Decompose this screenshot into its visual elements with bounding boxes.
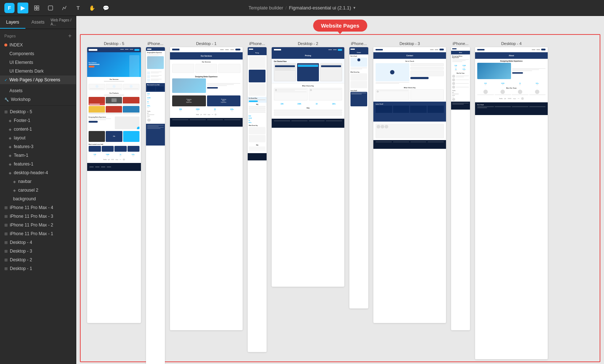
sidebar-item-components[interactable]: Components [0, 49, 76, 58]
sidebar-item-ui-elements[interactable]: UI Elements [0, 58, 76, 67]
iphone-4-card[interactable]: Designing Better Experience [146, 47, 165, 364]
svg-rect-2 [35, 8, 36, 10]
desktop-2-card[interactable]: Pricing Get Started Now [272, 47, 344, 287]
pages-container: Desktop - 5 New Collection [84, 38, 551, 364]
desktop-4-card[interactable]: About Designing Better Experience [475, 47, 548, 359]
sidebar-item-web-pages[interactable]: ✓ Web Pages / App Screens [0, 75, 76, 84]
app-icon[interactable]: F [4, 3, 15, 13]
tab-assets[interactable]: Assets [25, 16, 51, 29]
frame-icon: ⊞ [4, 110, 8, 114]
preview-iphone-3[interactable]: iPhone... Pricing Get Started Now [248, 41, 267, 364]
website-pages-label-container: Website Pages [313, 20, 368, 32]
hand-tool-button[interactable]: ✋ [86, 3, 97, 13]
breadcrumb-title: Figmaland-essential ui (2.1.1) [289, 5, 351, 11]
layer-features-1[interactable]: ◈ features-1 [0, 160, 76, 168]
frame-tool-button[interactable] [31, 3, 42, 13]
frame-icon: ⊞ [4, 249, 8, 254]
desktop-3-card[interactable]: Contact Get in Touch [373, 47, 446, 323]
layer-features-3[interactable]: ◈ features-3 [0, 142, 76, 151]
svg-rect-3 [37, 8, 39, 10]
preview-iphone-4[interactable]: iPhone... Designing Better Experience [146, 41, 165, 364]
layer-background[interactable]: background [0, 195, 76, 203]
toolbar-left: F ▶ T ✋ 💬 [4, 3, 111, 13]
desktop-5-card[interactable]: New Collection Our Services [87, 47, 141, 323]
tab-web-pages[interactable]: Web Pages / A... [50, 16, 76, 29]
sidebar-item-ui-elements-dark[interactable]: UI Elements Dark [0, 67, 76, 75]
layer-desktop-2[interactable]: ⊞ Desktop - 2 [0, 255, 76, 264]
preview-iphone-1[interactable]: iPhone... About Designing Better Experie… [451, 41, 470, 364]
website-pages-label: Website Pages [313, 20, 368, 32]
component-icon: ◈ [9, 145, 12, 149]
pen-tool-button[interactable] [59, 3, 70, 13]
frame-icon: ⊞ [4, 205, 8, 210]
svg-rect-4 [48, 6, 53, 10]
topbar: F ▶ T ✋ 💬 Template builder / Figmaland-e… [0, 0, 604, 16]
layer-desktop-4[interactable]: ⊞ Desktop - 4 [0, 238, 76, 247]
layer-navbar[interactable]: ◈ navbar [0, 177, 76, 186]
breadcrumb-parent: Template builder [248, 5, 283, 11]
layer-desktop-5[interactable]: ⊞ Desktop - 5 [0, 107, 76, 116]
add-page-button[interactable]: + [68, 33, 72, 39]
preview-desktop-3[interactable]: Desktop - 3 Contact Get in To [373, 41, 446, 364]
preview-desktop-5[interactable]: Desktop - 5 New Collection [87, 41, 141, 364]
component-icon: ◈ [9, 162, 12, 166]
layer-iphone-2[interactable]: ⊞ iPhone 11 Pro Max - 2 [0, 221, 76, 229]
sidebar: Layers Assets Web Pages / A... Pages + I… [0, 16, 76, 364]
frame-icon: ⊞ [4, 266, 8, 271]
layer-carousel-2[interactable]: ◈ carousel 2 [0, 186, 76, 195]
layer-content-1[interactable]: ◈ content-1 [0, 125, 76, 134]
svg-rect-0 [35, 6, 36, 8]
text-tool-button[interactable]: T [73, 3, 84, 13]
workshop-icon: 🔧 [4, 98, 9, 102]
preview-desktop-2[interactable]: Desktop - 2 Pricing Get Start [272, 41, 344, 364]
layer-team-1[interactable]: ◈ Team-1 [0, 151, 76, 160]
frame-icon: ⊞ [4, 232, 8, 236]
preview-desktop-1[interactable]: Desktop - 1 Our Services [170, 41, 243, 364]
preview-desktop-4[interactable]: Desktop - 4 About Designing B [475, 41, 548, 364]
component-icon: ◈ [9, 136, 12, 140]
active-check-icon: ✓ [4, 78, 7, 82]
layer-iphone-4[interactable]: ⊞ iPhone 11 Pro Max - 4 [0, 203, 76, 212]
frame-icon: ⊞ [4, 223, 8, 228]
breadcrumb: Template builder / Figmaland-essential u… [248, 5, 355, 11]
layer-footer-1[interactable]: ◈ Footer-1 [0, 116, 76, 125]
layer-iphone-1[interactable]: ⊞ iPhone 11 Pro Max - 1 [0, 229, 76, 238]
sidebar-item-index[interactable]: INDEX [0, 41, 76, 49]
preview-iphone-2[interactable]: iPhone... Contact Get in Touch [349, 41, 368, 364]
iphone-3-card[interactable]: Pricing Get Started Now FAQ [248, 47, 267, 352]
layer-iphone-3[interactable]: ⊞ iPhone 11 Pro Max - 3 [0, 212, 76, 221]
sidebar-item-workshop[interactable]: 🔧 Workshop [0, 95, 76, 104]
frame-icon: ⊞ [4, 258, 8, 262]
component-icon: ◈ [13, 188, 16, 192]
iphone-2-card[interactable]: Contact Get in Touch What Clients Say [349, 47, 368, 308]
index-dot [4, 44, 7, 46]
layer-desktop-1[interactable]: ⊞ Desktop - 1 [0, 264, 76, 273]
breadcrumb-separator: / [285, 5, 287, 11]
iphone-1-card[interactable]: About Designing Better Experience 15Klab… [451, 47, 470, 330]
desktop-1-card[interactable]: Our Services Our Services Designing Bett… [170, 47, 243, 330]
component-icon: ◈ [9, 154, 12, 158]
component-icon: ◈ [9, 171, 12, 175]
pages-section-label: Pages + [0, 29, 76, 41]
canvas: Website Pages Desktop - 5 [76, 16, 604, 364]
sidebar-tabs: Layers Assets Web Pages / A... [0, 16, 76, 29]
layer-layout[interactable]: ◈ layout [0, 134, 76, 142]
tab-layers[interactable]: Layers [0, 16, 25, 29]
breadcrumb-chevron[interactable]: ▾ [353, 5, 356, 10]
move-tool-button[interactable]: ▶ [17, 3, 28, 13]
layer-desktop-header-4[interactable]: ◈ desktop-header-4 [0, 168, 76, 177]
layer-desktop-3[interactable]: ⊞ Desktop - 3 [0, 247, 76, 255]
comment-tool-button[interactable]: 💬 [100, 3, 111, 13]
shape-tool-button[interactable] [45, 3, 56, 13]
svg-rect-1 [37, 6, 39, 8]
frame-icon: ⊞ [4, 214, 8, 219]
sidebar-item-assets[interactable]: Assets [0, 86, 76, 95]
component-icon: ◈ [9, 127, 12, 131]
component-icon: ◈ [9, 119, 12, 123]
frame-icon: ⊞ [4, 240, 8, 245]
component-icon: ◈ [13, 180, 16, 184]
